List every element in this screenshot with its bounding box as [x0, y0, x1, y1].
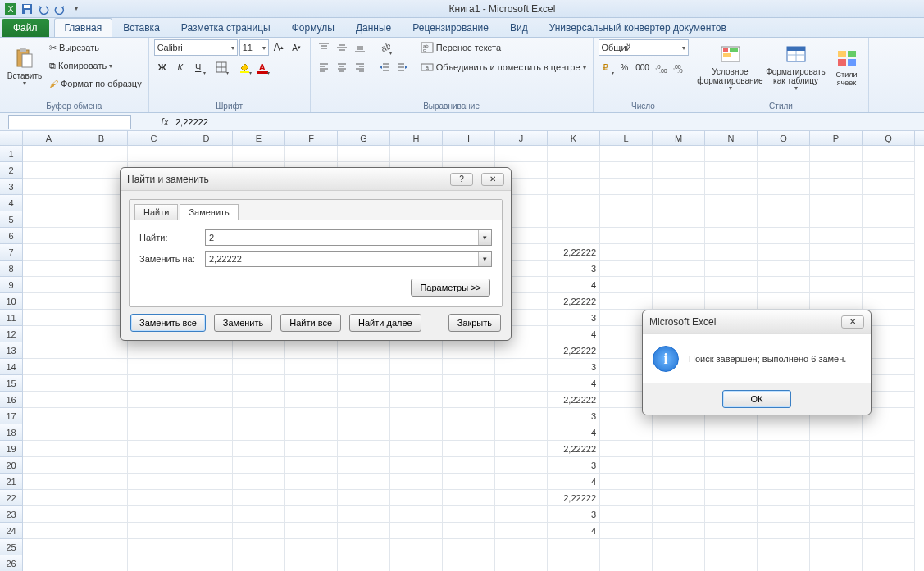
tab-replace[interactable]: Заменить	[180, 204, 238, 220]
orientation-icon[interactable]: ab	[376, 39, 393, 56]
align-middle-icon[interactable]	[334, 39, 350, 56]
font-color-icon[interactable]: A	[254, 59, 271, 75]
cell[interactable]	[810, 293, 863, 310]
cell[interactable]	[495, 490, 548, 506]
cell[interactable]	[75, 457, 128, 474]
cell[interactable]	[495, 539, 548, 555]
cell[interactable]	[810, 211, 863, 228]
cell[interactable]	[23, 293, 75, 310]
row-header[interactable]: 17	[0, 408, 23, 424]
cell[interactable]	[758, 539, 810, 555]
cell[interactable]	[758, 277, 810, 293]
bold-icon[interactable]: Ж	[154, 59, 171, 75]
cell[interactable]	[338, 146, 390, 162]
cell[interactable]	[128, 146, 180, 162]
cell[interactable]	[758, 457, 810, 474]
cell[interactable]	[705, 261, 758, 277]
row-header[interactable]: 4	[0, 195, 23, 211]
tab-insert[interactable]: Вставка	[112, 18, 171, 37]
fx-icon[interactable]: fx	[157, 115, 172, 129]
cell[interactable]	[443, 457, 495, 474]
cell[interactable]	[600, 211, 653, 228]
cell[interactable]	[285, 490, 338, 506]
column-header[interactable]: O	[758, 131, 810, 145]
cell[interactable]	[180, 424, 233, 441]
row-header[interactable]: 9	[0, 277, 23, 293]
cell[interactable]	[75, 523, 128, 539]
cell[interactable]	[180, 539, 233, 555]
cell[interactable]	[233, 359, 285, 375]
format-as-table-button[interactable]: Форматировать как таблицу▾	[765, 39, 827, 93]
cell[interactable]	[75, 146, 128, 162]
column-header[interactable]: I	[443, 131, 495, 145]
cell[interactable]	[23, 474, 75, 490]
column-header[interactable]: M	[653, 131, 705, 145]
cell[interactable]: 2,22222	[548, 441, 600, 457]
cell[interactable]	[863, 523, 915, 539]
cell[interactable]	[600, 244, 653, 261]
align-bottom-icon[interactable]	[352, 39, 368, 56]
cell[interactable]	[128, 342, 180, 359]
cell[interactable]	[705, 474, 758, 490]
cell[interactable]	[75, 555, 128, 571]
column-header[interactable]: A	[23, 131, 75, 145]
cell[interactable]	[390, 342, 443, 359]
row-header[interactable]: 22	[0, 490, 23, 506]
wrap-text-button[interactable]: abcПеренос текста	[419, 39, 588, 56]
row-header[interactable]: 13	[0, 342, 23, 359]
cell[interactable]	[758, 506, 810, 523]
cell[interactable]	[443, 375, 495, 392]
cell[interactable]	[338, 539, 390, 555]
cell[interactable]	[75, 342, 128, 359]
cell[interactable]	[758, 211, 810, 228]
cell[interactable]	[390, 392, 443, 408]
cell[interactable]	[285, 342, 338, 359]
cell[interactable]	[810, 195, 863, 211]
cell[interactable]	[128, 506, 180, 523]
cell[interactable]	[180, 146, 233, 162]
cell[interactable]	[653, 277, 705, 293]
cell[interactable]: 2,22222	[548, 244, 600, 261]
cell[interactable]	[390, 408, 443, 424]
cell[interactable]	[600, 293, 653, 310]
cell[interactable]	[233, 392, 285, 408]
cell[interactable]	[233, 424, 285, 441]
cell[interactable]: 3	[548, 261, 600, 277]
cell[interactable]	[285, 555, 338, 571]
cell[interactable]	[810, 555, 863, 571]
cell[interactable]	[495, 359, 548, 375]
cell[interactable]	[600, 146, 653, 162]
find-input[interactable]: 2▾	[205, 229, 492, 246]
qat-dropdown-icon[interactable]: ▾	[69, 2, 84, 16]
cell[interactable]	[23, 146, 75, 162]
cell[interactable]	[758, 441, 810, 457]
cell[interactable]	[705, 441, 758, 457]
increase-indent-icon[interactable]	[394, 59, 411, 75]
row-header[interactable]: 23	[0, 506, 23, 523]
column-header[interactable]: K	[548, 131, 600, 145]
cell[interactable]	[863, 277, 915, 293]
cell[interactable]	[600, 555, 653, 571]
cell[interactable]	[495, 342, 548, 359]
cell[interactable]	[600, 277, 653, 293]
cell[interactable]	[758, 555, 810, 571]
cell[interactable]	[338, 474, 390, 490]
cell[interactable]	[600, 523, 653, 539]
cell[interactable]	[495, 457, 548, 474]
cell[interactable]	[390, 146, 443, 162]
cell[interactable]	[23, 244, 75, 261]
cell[interactable]	[180, 342, 233, 359]
column-header[interactable]: H	[390, 131, 443, 145]
cell[interactable]	[705, 490, 758, 506]
cell[interactable]: 2,22222	[548, 490, 600, 506]
cell[interactable]	[863, 211, 915, 228]
cell[interactable]	[285, 539, 338, 555]
cell[interactable]	[653, 506, 705, 523]
cell[interactable]	[443, 523, 495, 539]
cell[interactable]	[233, 555, 285, 571]
cell[interactable]	[285, 146, 338, 162]
cell[interactable]	[443, 424, 495, 441]
cell[interactable]	[653, 490, 705, 506]
cell[interactable]	[128, 539, 180, 555]
row-header[interactable]: 10	[0, 293, 23, 310]
